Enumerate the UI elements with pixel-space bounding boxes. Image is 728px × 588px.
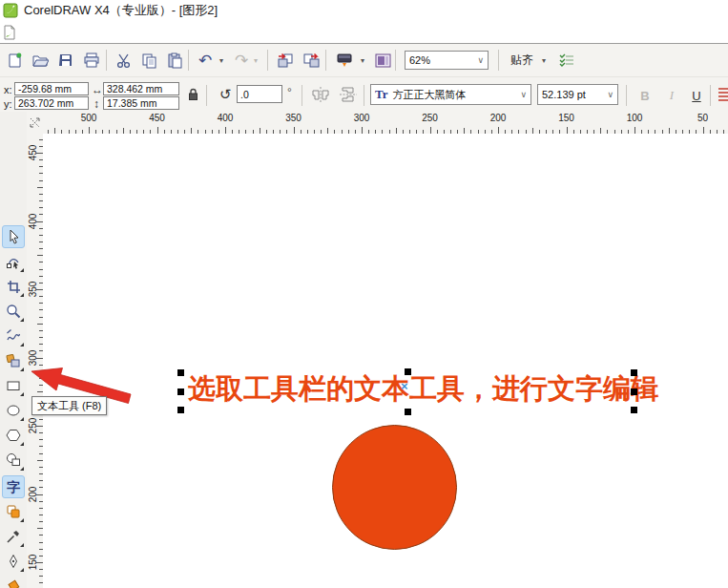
degree-symbol: ° [287,86,292,99]
propbar-separator [206,85,207,106]
redo-dropdown[interactable]: ▾ [250,48,261,73]
ruler-tick [498,127,499,134]
tool-ellipse[interactable] [2,399,25,422]
printer-icon [83,52,100,68]
undo-button[interactable]: ↶ [193,48,218,73]
new-button[interactable] [2,48,27,73]
launcher-dropdown[interactable]: ▾ [357,48,368,73]
selection-handle-top-right[interactable] [631,369,637,376]
import-icon [277,52,294,69]
selection-handle-middle-left[interactable] [177,388,184,395]
tool-zoom[interactable] [2,300,25,323]
flyout-indicator [20,343,24,346]
ruler-tick [430,127,431,134]
ruler-tick [89,127,90,134]
selection-handle-bottom-left[interactable] [177,407,184,413]
underline-label: U [692,89,700,103]
corel-online-button[interactable] [370,48,395,73]
tool-outline-pen[interactable] [2,550,25,573]
copy-icon [141,52,157,69]
interactive-blend-tool-icon [6,504,21,519]
mirror-vertical-icon [339,86,358,103]
mirror-horizontal-button[interactable] [311,86,330,103]
ruler-label: 300 [354,113,370,123]
tool-pick[interactable] [2,225,25,248]
flyout-indicator [20,368,24,371]
document-icon[interactable] [2,25,17,40]
snap-to-button[interactable]: 贴齐 [508,50,536,71]
tool-crop[interactable] [2,275,25,298]
lock-ratio-button[interactable] [187,87,199,101]
ruler-label: 50 [697,113,708,123]
x-position-value: -259.68 mm [18,83,72,94]
vertical-ruler[interactable]: 450400350300250200150 [27,134,44,588]
export-button[interactable] [299,48,323,73]
tool-interactive-blend[interactable] [2,500,25,523]
tool-freehand[interactable] [2,325,25,347]
font-list-combo[interactable]: Tr 方正正大黑简体 ∨ [370,84,531,105]
ruler-label: 350 [28,280,39,299]
selected-text-object[interactable]: 选取工具栏的文本工具，进行文字编辑 [188,372,658,405]
text-alignment-button[interactable] [717,86,728,103]
ruler-origin[interactable] [27,112,44,135]
selection-handle-top-middle[interactable] [405,368,411,375]
paste-button[interactable] [162,48,187,73]
snap-dropdown[interactable]: ▾ [538,48,550,73]
main-area: 字 [0,112,728,588]
toolbar-separator [498,50,499,71]
cut-scissors-icon [115,52,132,69]
selection-center-marker[interactable]: × [401,379,408,393]
print-button[interactable] [79,48,104,73]
selection-handle-bottom-middle[interactable] [405,409,411,415]
copy-button[interactable] [136,48,161,73]
circle-object[interactable] [332,425,457,550]
italic-label: I [670,88,674,103]
bold-button[interactable]: B [634,85,656,106]
cut-button[interactable] [111,48,135,73]
object-height-input[interactable]: 17.385 mm [103,96,179,110]
mirror-vertical-button[interactable] [339,86,358,103]
flyout-indicator [20,318,24,322]
selection-handle-bottom-right[interactable] [631,407,637,413]
y-label: y: [4,98,12,110]
font-size-combo[interactable]: 52.139 pt ∨ [537,84,618,105]
y-position-input[interactable]: 263.702 mm [14,96,89,110]
tool-rectangle[interactable] [2,374,25,397]
tool-text[interactable]: 字 [2,475,25,498]
flyout-indicator [20,392,24,396]
ruler-origin-icon [29,116,41,129]
tool-basic-shapes[interactable] [2,449,25,472]
chevron-down-icon: ∨ [607,90,614,99]
ruler-tick [294,127,295,134]
bold-label: B [640,89,649,103]
flyout-indicator [20,442,24,446]
application-launcher-button[interactable] [332,48,357,73]
selection-handle-top-left[interactable] [177,369,184,376]
undo-dropdown[interactable]: ▾ [216,48,227,73]
view-options-button[interactable] [553,48,578,73]
ruler-label: 200 [28,485,39,504]
tool-smart-fill[interactable] [2,349,25,372]
italic-button[interactable]: I [660,85,683,106]
underline-button[interactable]: U [685,85,708,106]
redo-icon: ↷ [235,51,248,71]
ruler-label: 450 [149,113,165,123]
tool-fill[interactable] [2,575,25,588]
x-position-input[interactable]: -259.68 mm [14,82,89,95]
save-button[interactable] [53,48,78,73]
zoom-level-combo[interactable]: 62% ∨ [405,51,489,70]
horizontal-ruler[interactable]: 50045040035030025020015010050 [43,112,728,135]
new-document-icon [7,52,23,69]
tool-shape[interactable] [2,250,25,273]
object-width-input[interactable]: 328.462 mm [103,82,179,95]
selection-handle-middle-right[interactable] [631,388,637,395]
toolbar-separator [188,50,189,71]
import-button[interactable] [273,48,298,73]
options-list-icon [558,52,574,68]
tool-eyedropper[interactable] [2,525,25,548]
open-button[interactable] [28,48,52,73]
object-height-value: 17.385 mm [107,97,157,109]
rotation-angle-input[interactable]: .0 [237,85,282,103]
tool-polygon[interactable] [2,424,25,447]
undo-icon: ↶ [198,51,212,71]
